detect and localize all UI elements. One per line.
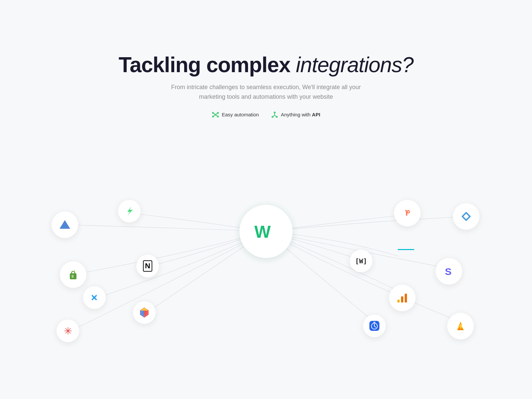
- firebase-icon: [456, 320, 466, 332]
- svg-rect-28: [406, 211, 407, 216]
- svg-point-3: [212, 116, 214, 117]
- svg-point-0: [215, 114, 216, 115]
- svg-text:✕: ✕: [90, 293, 98, 302]
- node-glue: [133, 301, 156, 324]
- svg-rect-29: [405, 210, 407, 211]
- header-section: Tackling complex integrations? From intr…: [119, 53, 414, 118]
- svg-line-13: [273, 115, 275, 117]
- badge-easy-automation-label: Easy automation: [222, 112, 259, 117]
- main-heading: Tackling complex integrations?: [119, 53, 414, 76]
- node-timer: [363, 315, 386, 337]
- timer-icon: [369, 321, 380, 331]
- page-container: Tackling complex integrations? From intr…: [0, 0, 532, 399]
- webinarjam-icon: [W]: [355, 257, 367, 265]
- qlik-icon: [461, 211, 472, 222]
- svg-rect-36: [405, 294, 407, 303]
- node-qlik: [453, 203, 479, 230]
- node-zapier: [118, 200, 141, 222]
- node-notion: N: [136, 255, 159, 277]
- svg-rect-34: [397, 300, 400, 303]
- badge-api: Anything with API: [271, 111, 320, 118]
- craftwork-icon: [59, 219, 71, 231]
- hubspot-icon: [402, 207, 413, 219]
- svg-text:W: W: [254, 223, 271, 240]
- svg-line-7: [213, 115, 215, 116]
- badge-easy-automation: Easy automation: [212, 111, 259, 118]
- analytics-icon: [397, 293, 408, 303]
- node-shopify: S: [60, 261, 86, 288]
- node-hubspot: [394, 200, 421, 226]
- svg-point-2: [217, 112, 218, 114]
- svg-line-14: [275, 115, 277, 117]
- notion-icon: N: [143, 260, 152, 272]
- network-icon: [212, 111, 219, 118]
- node-streak: [395, 245, 417, 255]
- badge-api-label: Anything with API: [281, 112, 320, 117]
- svg-text:S: S: [445, 266, 452, 277]
- node-x: ✕: [83, 286, 106, 309]
- svg-marker-16: [60, 220, 70, 229]
- badges-row: Easy automation Anything with API: [119, 111, 414, 118]
- node-asterisk: ✳: [57, 320, 79, 342]
- x-icon: ✕: [90, 293, 99, 302]
- node-webinarjam: [W]: [350, 250, 372, 272]
- shopify-icon: S: [67, 269, 79, 281]
- asterisk-icon: ✳: [63, 326, 73, 336]
- heading-italic: integrations?: [296, 53, 413, 77]
- svg-marker-24: [140, 311, 144, 317]
- api-icon: [271, 111, 278, 118]
- svg-rect-35: [401, 296, 403, 303]
- svg-text:S: S: [71, 275, 74, 278]
- svg-point-9: [274, 112, 275, 113]
- api-bold: API: [312, 112, 320, 117]
- svg-line-5: [213, 113, 215, 114]
- svg-point-4: [217, 116, 218, 117]
- svg-point-30: [408, 211, 409, 212]
- diagram-area: .conn-line { stroke: #d1d5db; stroke-wid…: [33, 132, 499, 331]
- zapier-icon: [125, 206, 134, 216]
- stripe-icon: S: [444, 266, 454, 277]
- svg-line-8: [216, 115, 217, 116]
- svg-text:✳: ✳: [64, 326, 72, 336]
- glue-icon: [139, 307, 150, 318]
- webflow-center-node: W: [239, 205, 293, 258]
- svg-point-1: [212, 112, 214, 114]
- node-craftwork: [52, 211, 78, 238]
- svg-line-6: [216, 113, 217, 114]
- node-analytics: [389, 285, 416, 311]
- subtitle: From intricate challenges to seamless ex…: [119, 82, 414, 102]
- svg-marker-17: [127, 206, 133, 216]
- svg-rect-41: [373, 322, 375, 323]
- svg-marker-23: [140, 308, 148, 311]
- svg-marker-25: [144, 311, 148, 317]
- heading-bold: Tackling complex: [119, 53, 290, 77]
- node-stripe: S: [436, 258, 462, 285]
- webflow-logo: W: [254, 223, 278, 240]
- node-firebase: [447, 313, 474, 339]
